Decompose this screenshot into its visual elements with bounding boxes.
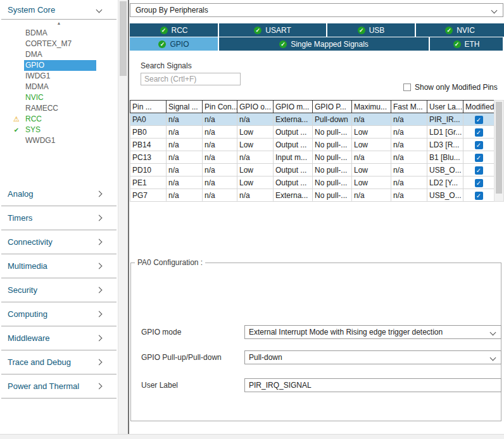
show-only-modified-checkbox[interactable] <box>403 83 411 91</box>
table-row-pb0[interactable]: PB0 n/a n/a Low Output ... No pull-... L… <box>130 126 495 139</box>
horizontal-scrollbar[interactable] <box>0 434 504 439</box>
cell: n/a <box>352 151 391 164</box>
sidebar-item-rcc[interactable]: ⚠RCC <box>0 114 118 125</box>
sidebar-item-mdma[interactable]: MDMA <box>0 82 118 92</box>
scroll-up-icon[interactable]: ▲ <box>0 21 118 26</box>
category-computing[interactable]: Computing <box>1 302 117 326</box>
sidebar-item-iwdg1[interactable]: IWDG1 <box>0 71 118 82</box>
category-security[interactable]: Security <box>1 278 117 302</box>
tab-gpio[interactable]: ✓ GPIO <box>130 37 218 51</box>
tab-label: RCC <box>172 26 188 35</box>
sidebar-item-label: RCC <box>25 114 42 123</box>
column-header-signal[interactable]: Signal ... <box>167 101 203 113</box>
tab-usb[interactable]: ✓ USB <box>327 23 415 37</box>
tab-usart[interactable]: ✓ USART <box>219 23 326 37</box>
sidebar-item-sys[interactable]: ✔SYS <box>0 125 118 135</box>
scrollbar-thumb[interactable] <box>496 102 502 194</box>
configuration-title: PA0 Configuration : <box>135 258 205 267</box>
cell-modified: ✓ <box>463 176 495 189</box>
category-trace-and-debug[interactable]: Trace and Debug <box>1 350 117 374</box>
sidebar-item-wwdg1[interactable]: WWDG1 <box>0 135 118 146</box>
table-row-pc13[interactable]: PC13 n/a n/a n/a Input m... No pull-... … <box>130 151 495 164</box>
pa0-configuration-group: PA0 Configuration : GPIO mode External I… <box>130 258 501 421</box>
modified-checkbox[interactable]: ✓ <box>475 141 483 149</box>
column-header-pin[interactable]: Pin ... <box>130 101 167 113</box>
scrollbar-thumb[interactable] <box>120 1 127 76</box>
sidebar-item-gpio[interactable]: GPIO <box>24 60 96 71</box>
cell-modified: ✓ <box>463 164 495 176</box>
cell-modified: ✓ <box>463 151 495 164</box>
category-timers[interactable]: Timers <box>1 206 117 230</box>
tab-single-mapped-signals[interactable]: ✓ Single Mapped Signals <box>219 37 429 51</box>
table-row-pa0[interactable]: PA0 n/a n/a n/a Externa... Pull-down n/a… <box>130 113 495 126</box>
cell: n/a <box>203 176 237 189</box>
sidebar-scrollbar[interactable] <box>118 0 129 434</box>
gpio-mode-select[interactable]: External Interrupt Mode with Rising edge… <box>244 325 501 339</box>
tab-label: GPIO <box>170 40 189 49</box>
sidebar-item-nvic[interactable]: NVIC <box>0 92 118 103</box>
modified-checkbox[interactable]: ✓ <box>475 154 483 162</box>
category-analog[interactable]: Analog <box>1 182 117 206</box>
tab-label: ETH <box>465 40 480 49</box>
table-scrollbar[interactable] <box>494 100 504 202</box>
tab-label: USB <box>369 26 385 35</box>
sidebar-item-bdma[interactable]: BDMA <box>0 28 118 39</box>
cell: n/a <box>167 113 203 126</box>
pins-table-wrap: Pin ... Signal ... Pin Con... GPIO o... … <box>130 100 494 202</box>
show-only-modified-toggle[interactable]: Show only Modified Pins <box>403 83 498 92</box>
column-header-fast-mode[interactable]: Fast M... <box>391 101 427 113</box>
category-middleware[interactable]: Middleware <box>1 326 117 350</box>
check-circle-icon: ✓ <box>445 27 453 34</box>
category-connectivity[interactable]: Connectivity <box>1 230 117 254</box>
column-header-gpio-output[interactable]: GPIO o... <box>237 101 274 113</box>
table-row-pe1[interactable]: PE1 n/a n/a Low Output ... No pull-... L… <box>130 176 495 189</box>
sidebar-item-cortex-m7[interactable]: CORTEX_M7 <box>0 39 118 49</box>
cell: Low <box>352 126 391 139</box>
table-row-pd10[interactable]: PD10 n/a n/a Low Output ... No pull-... … <box>130 164 495 176</box>
check-circle-icon: ✓ <box>160 27 168 34</box>
cell: Low <box>352 164 391 176</box>
column-header-gpio-mode[interactable]: GPIO m... <box>274 101 313 113</box>
group-by-select[interactable]: Group By Peripherals <box>130 3 503 17</box>
modified-checkbox[interactable]: ✓ <box>475 166 483 175</box>
column-header-gpio-pull[interactable]: GPIO P... <box>313 101 352 113</box>
column-header-maximum-speed[interactable]: Maximu... <box>352 101 391 113</box>
table-row-pb14[interactable]: PB14 n/a n/a Low Output ... No pull-... … <box>130 139 495 151</box>
category-power-and-thermal[interactable]: Power and Thermal <box>1 374 117 399</box>
category-system-core[interactable]: System Core <box>1 1 117 20</box>
cell: PG7 <box>130 189 167 202</box>
cell: Low <box>352 176 391 189</box>
peripheral-tabs-row-2: ✓ GPIO ✓ Single Mapped Signals ✓ ETH <box>130 37 504 51</box>
chevron-right-icon <box>96 287 103 294</box>
column-header-modified[interactable]: Modified <box>463 101 495 113</box>
chevron-down-icon <box>96 7 103 13</box>
sidebar-item-ramecc[interactable]: RAMECC <box>0 103 118 114</box>
modified-checkbox[interactable]: ✓ <box>475 116 483 124</box>
user-label-input[interactable] <box>244 378 501 392</box>
cell: n/a <box>203 113 237 126</box>
column-header-user-label[interactable]: User La... <box>427 101 463 113</box>
tab-rcc[interactable]: ✓ RCC <box>130 23 218 37</box>
modified-checkbox[interactable]: ✓ <box>475 128 483 137</box>
category-label: Computing <box>8 309 47 319</box>
cell: USB_O... <box>427 189 463 202</box>
cell: n/a <box>391 126 427 139</box>
chevron-down-icon <box>490 330 496 336</box>
sidebar-item-dma[interactable]: DMA <box>0 49 118 60</box>
cell: Output ... <box>274 139 313 151</box>
category-multimedia[interactable]: Multimedia <box>1 254 117 278</box>
tab-nvic[interactable]: ✓ NVIC <box>416 23 504 37</box>
cell: LD1 [Gr... <box>427 126 463 139</box>
category-label: Trace and Debug <box>8 357 71 367</box>
cell: n/a <box>391 113 427 126</box>
category-label: Timers <box>8 213 32 223</box>
search-input[interactable] <box>141 73 241 85</box>
cell: n/a <box>167 176 203 189</box>
gpio-pull-select[interactable]: Pull-down <box>244 350 501 364</box>
cell: n/a <box>203 151 237 164</box>
modified-checkbox[interactable]: ✓ <box>475 179 483 187</box>
tab-eth[interactable]: ✓ ETH <box>430 37 503 51</box>
modified-checkbox[interactable]: ✓ <box>475 192 483 200</box>
table-row-pg7[interactable]: PG7 n/a n/a n/a Externa... No pull-... n… <box>130 189 495 202</box>
column-header-pin-context[interactable]: Pin Con... <box>203 101 237 113</box>
